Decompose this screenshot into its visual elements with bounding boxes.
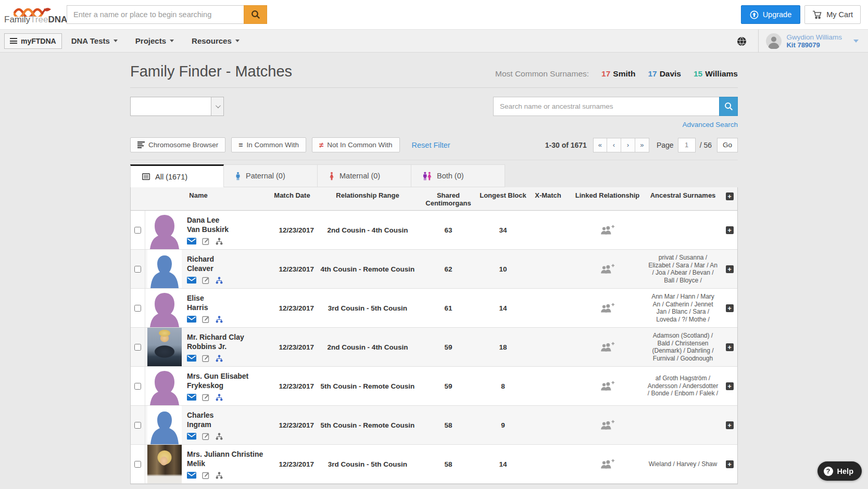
- row-select-checkbox[interactable]: [134, 305, 141, 312]
- email-icon[interactable]: [187, 277, 196, 284]
- row-select-checkbox[interactable]: [134, 344, 141, 351]
- match-avatar-male[interactable]: [147, 250, 182, 288]
- global-search-input[interactable]: [67, 5, 244, 24]
- row-select-checkbox[interactable]: [134, 422, 141, 429]
- not-in-common-with-button[interactable]: ≠ Not In Common With: [312, 137, 400, 152]
- link-relationship-icon[interactable]: [600, 264, 614, 274]
- last-page-button[interactable]: »: [635, 138, 649, 152]
- expand-row-button[interactable]: +: [726, 226, 734, 234]
- family-tree-icon[interactable]: [216, 277, 223, 284]
- chromosome-browser-button[interactable]: Chromosome Browser: [130, 137, 225, 152]
- col-header-linked-relationship[interactable]: Linked Relationship: [570, 187, 645, 210]
- family-tree-icon[interactable]: [216, 238, 223, 245]
- tab-both[interactable]: Both (0): [411, 164, 505, 187]
- expand-row-button[interactable]: +: [726, 382, 734, 390]
- upgrade-button[interactable]: Upgrade: [741, 5, 801, 24]
- prev-page-button[interactable]: ‹: [607, 138, 621, 152]
- col-header-name[interactable]: Name: [131, 187, 266, 210]
- match-search-button[interactable]: [719, 97, 738, 116]
- match-name-link[interactable]: Mr. Richard ClayRobbins Jr.: [187, 333, 244, 351]
- surname-stat[interactable]: 17Davis: [648, 69, 681, 79]
- help-button[interactable]: ? Help: [817, 461, 862, 481]
- note-icon[interactable]: [202, 471, 210, 479]
- row-select-checkbox[interactable]: [134, 266, 141, 273]
- row-select-checkbox[interactable]: [134, 227, 141, 234]
- reset-filter-link[interactable]: Reset Filter: [412, 141, 450, 149]
- expand-row-button[interactable]: +: [726, 421, 734, 429]
- note-icon[interactable]: [202, 276, 210, 284]
- family-tree-icon[interactable]: [216, 433, 223, 440]
- col-header-ancestral-surnames[interactable]: Ancestral Surnames: [645, 187, 721, 210]
- link-relationship-icon[interactable]: [600, 303, 614, 313]
- row-select-checkbox[interactable]: [134, 461, 141, 468]
- link-relationship-icon[interactable]: [600, 381, 614, 391]
- next-page-button[interactable]: ›: [621, 138, 635, 152]
- note-icon[interactable]: [202, 315, 210, 323]
- filter-dropdown[interactable]: [130, 97, 224, 116]
- col-header-shared-centimorgans[interactable]: SharedCentimorgans: [417, 187, 480, 210]
- col-header-relationship-range[interactable]: Relationship Range: [318, 187, 417, 210]
- email-icon[interactable]: [187, 238, 196, 244]
- first-page-button[interactable]: «: [593, 138, 607, 152]
- note-icon[interactable]: [202, 354, 210, 362]
- match-avatar-photo[interactable]: [147, 445, 182, 483]
- row-select-checkbox[interactable]: [134, 383, 141, 390]
- add-column-button[interactable]: +: [726, 192, 734, 200]
- col-header-match-date[interactable]: Match Date: [266, 187, 318, 210]
- my-cart-button[interactable]: My Cart: [804, 5, 861, 24]
- email-icon[interactable]: [187, 355, 196, 362]
- col-header-x-match[interactable]: X-Match: [526, 187, 570, 210]
- expand-row-button[interactable]: +: [726, 304, 734, 312]
- email-icon[interactable]: [187, 316, 196, 323]
- match-avatar-female[interactable]: [147, 289, 182, 327]
- link-relationship-icon[interactable]: [600, 225, 614, 235]
- family-tree-icon[interactable]: [216, 316, 223, 323]
- in-common-with-button[interactable]: = In Common With: [231, 137, 306, 152]
- link-relationship-icon[interactable]: [600, 459, 614, 469]
- email-icon[interactable]: [187, 472, 196, 479]
- tab-paternal[interactable]: Paternal (0): [224, 164, 318, 187]
- tab-all[interactable]: All (1671): [130, 164, 224, 187]
- relationship-range: 2nd Cousin - 4th Cousin: [318, 211, 417, 249]
- myftdna-menu-button[interactable]: myFTDNA: [4, 33, 62, 49]
- expand-row-button[interactable]: +: [726, 343, 734, 351]
- expand-row-button[interactable]: +: [726, 460, 734, 468]
- ancestral-surnames: af Groth Hagström / Andersson / Andersdo…: [645, 367, 721, 405]
- nav-item-resources[interactable]: Resources: [192, 36, 240, 45]
- nav-item-dna-tests[interactable]: DNA Tests: [71, 36, 118, 45]
- note-icon[interactable]: [202, 237, 210, 245]
- tab-maternal[interactable]: Maternal (0): [318, 164, 411, 187]
- go-button[interactable]: Go: [717, 138, 738, 152]
- ftdna-logo[interactable]: FamilyTreeDNA: [4, 4, 62, 25]
- family-tree-icon[interactable]: [216, 394, 223, 401]
- user-account-menu[interactable]: Gwydion Williams Kit 789079: [758, 30, 863, 53]
- match-name-link[interactable]: Mrs. Juliann ChristineMelik: [187, 450, 263, 468]
- email-icon[interactable]: [187, 433, 196, 440]
- col-header-longest-block[interactable]: Longest Block: [480, 187, 526, 210]
- match-avatar-female[interactable]: [147, 211, 182, 249]
- language-globe-icon[interactable]: [737, 36, 747, 46]
- surname-stat[interactable]: 17Smith: [601, 69, 635, 79]
- surname-stat[interactable]: 15Williams: [694, 69, 738, 79]
- link-relationship-icon[interactable]: [600, 420, 614, 430]
- expand-row-button[interactable]: +: [726, 265, 734, 273]
- match-avatar-male[interactable]: [147, 406, 182, 444]
- email-icon[interactable]: [187, 394, 196, 401]
- match-avatar-female[interactable]: [147, 367, 182, 405]
- link-relationship-icon[interactable]: [600, 342, 614, 352]
- match-search-input[interactable]: [493, 97, 719, 116]
- family-tree-icon[interactable]: [216, 355, 223, 362]
- match-name-link[interactable]: CharlesIngram: [187, 411, 213, 429]
- global-search-button[interactable]: [244, 5, 267, 24]
- page-number-input[interactable]: [678, 138, 696, 152]
- match-name-link[interactable]: Mrs. Gun ElisabetFrykeskog: [187, 372, 248, 390]
- match-name-link[interactable]: Dana LeeVan Buskirk: [187, 216, 229, 234]
- note-icon[interactable]: [202, 393, 210, 401]
- match-name-link[interactable]: RichardCleaver: [187, 255, 214, 273]
- family-tree-icon[interactable]: [216, 472, 223, 479]
- match-name-link[interactable]: EliseHarris: [187, 294, 208, 312]
- nav-item-projects[interactable]: Projects: [135, 36, 174, 45]
- advanced-search-link[interactable]: Advanced Search: [682, 121, 738, 128]
- match-avatar-photo[interactable]: [147, 328, 182, 366]
- note-icon[interactable]: [202, 432, 210, 440]
